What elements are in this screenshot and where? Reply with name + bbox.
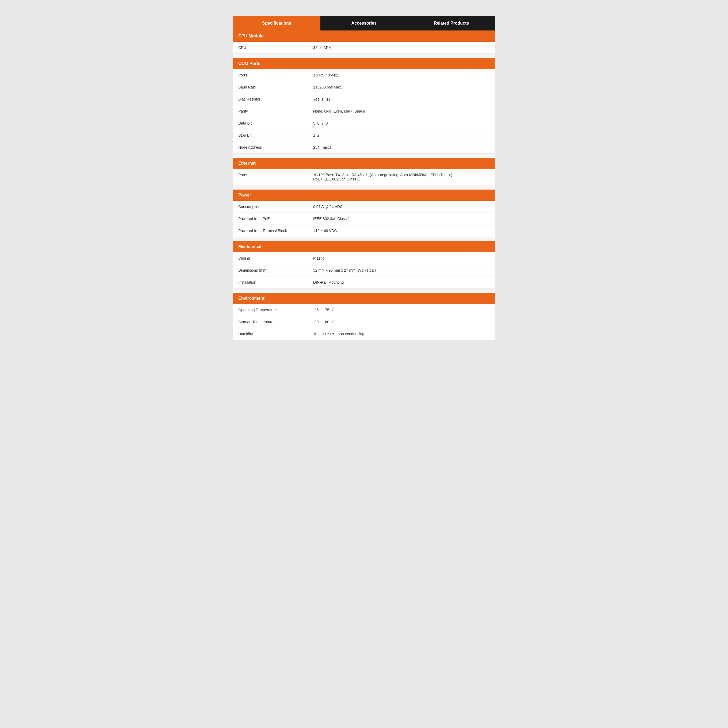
- spec-label-com-ports-3: Parity: [233, 106, 308, 117]
- spec-value-com-ports-0: 1 x RS-485/422: [308, 69, 495, 81]
- spec-value-com-ports-4: 5, 6, 7, 8: [308, 117, 495, 129]
- section-spacer: [233, 289, 495, 293]
- spec-row-com-ports-2: Bias ResistorYes, 1 KΩ: [233, 93, 495, 106]
- section-header-environment: Environment: [233, 293, 495, 304]
- spec-value-environment-1: -30 ~ +80 °C: [308, 316, 495, 328]
- spec-row-com-ports-6: Node Address254 (max.): [233, 141, 495, 153]
- main-container: Specifications Accessories Related Produ…: [233, 16, 495, 340]
- tab-bar: Specifications Accessories Related Produ…: [233, 16, 495, 31]
- spec-row-com-ports-1: Baud Rate115200 bps Max.: [233, 81, 495, 93]
- spec-value-power-0: 0.07 A @ 24 VDC: [308, 201, 495, 213]
- spec-label-environment-2: Humidity: [233, 328, 308, 340]
- section-header-power: Power: [233, 190, 495, 201]
- section-spacer: [233, 237, 495, 241]
- sections-container: CPU ModuleCPU32-bit ARMCOM PortsPorts1 x…: [233, 31, 495, 340]
- spec-label-com-ports-4: Data Bit: [233, 117, 308, 129]
- spec-label-power-2: Powered from Terminal Block: [233, 225, 308, 237]
- spec-value-com-ports-5: 1, 2: [308, 129, 495, 141]
- spec-label-com-ports-6: Node Address: [233, 141, 308, 153]
- section-header-mechanical: Mechanical: [233, 241, 495, 252]
- spec-row-mechanical-0: CasingPlastic: [233, 252, 495, 265]
- tab-specifications-label: Specifications: [262, 21, 291, 25]
- tab-related-products[interactable]: Related Products: [408, 16, 495, 31]
- tab-related-products-label: Related Products: [434, 21, 469, 25]
- spec-value-mechanical-2: DIN-Rail Mounting: [308, 277, 495, 288]
- spec-row-environment-2: Humidity10 ~ 90% RH, non-condensing: [233, 328, 495, 340]
- section-spacer: [233, 54, 495, 58]
- spec-value-mechanical-0: Plastic: [308, 252, 495, 264]
- spec-label-com-ports-0: Ports: [233, 69, 308, 81]
- spec-label-ethernet-0: Ports: [233, 169, 308, 185]
- tab-accessories[interactable]: Accessories: [320, 16, 408, 31]
- tab-specifications[interactable]: Specifications: [233, 16, 320, 31]
- spec-row-environment-1: Storage Temperature-30 ~ +80 °C: [233, 316, 495, 328]
- spec-row-com-ports-5: Stop Bit1, 2: [233, 129, 495, 141]
- spec-row-cpu-module-0: CPU32-bit ARM: [233, 42, 495, 54]
- spec-row-power-0: Consumption0.07 A @ 24 VDC: [233, 201, 495, 213]
- spec-label-mechanical-0: Casing: [233, 252, 308, 264]
- spec-value-mechanical-1: 52 mm x 95 mm x 27 mm (W x H x D): [308, 265, 495, 276]
- spec-row-com-ports-0: Ports1 x RS-485/422: [233, 69, 495, 81]
- spec-value-ethernet-0: 10/100 Base-TX, 8-pin RJ-45 x 1, (Auto-n…: [308, 169, 495, 185]
- spec-row-mechanical-1: Dimensions (mm)52 mm x 95 mm x 27 mm (W …: [233, 265, 495, 277]
- spec-value-cpu-module-0: 32-bit ARM: [308, 42, 495, 54]
- spec-value-com-ports-3: None, Odd, Even, Mark, Space: [308, 106, 495, 117]
- spec-row-power-2: Powered from Terminal Block+12 ~ 48 VDC: [233, 225, 495, 237]
- spec-label-mechanical-1: Dimensions (mm): [233, 265, 308, 276]
- spec-label-environment-0: Operating Temperature: [233, 304, 308, 316]
- spec-label-cpu-module-0: CPU: [233, 42, 308, 54]
- spec-value-com-ports-6: 254 (max.): [308, 141, 495, 153]
- spec-label-mechanical-2: Installation: [233, 277, 308, 288]
- spec-label-com-ports-5: Stop Bit: [233, 129, 308, 141]
- spec-label-com-ports-1: Baud Rate: [233, 81, 308, 93]
- section-header-com-ports: COM Ports: [233, 58, 495, 69]
- spec-row-com-ports-3: ParityNone, Odd, Even, Mark, Space: [233, 106, 495, 117]
- spec-value-power-1: IEEE 802.3af, Class 1: [308, 213, 495, 225]
- spec-row-mechanical-2: InstallationDIN-Rail Mounting: [233, 277, 495, 289]
- spec-row-com-ports-4: Data Bit5, 6, 7, 8: [233, 117, 495, 129]
- spec-value-power-2: +12 ~ 48 VDC: [308, 225, 495, 237]
- spec-row-ethernet-0: Ports10/100 Base-TX, 8-pin RJ-45 x 1, (A…: [233, 169, 495, 185]
- section-header-cpu-module: CPU Module: [233, 31, 495, 42]
- spec-label-power-0: Consumption: [233, 201, 308, 213]
- spec-label-power-1: Powered from PoE: [233, 213, 308, 225]
- spec-row-environment-0: Operating Temperature-25 ~ +75 °C: [233, 304, 495, 316]
- section-spacer: [233, 153, 495, 158]
- tab-accessories-label: Accessories: [351, 21, 377, 25]
- spec-row-power-1: Powered from PoEIEEE 802.3af, Class 1: [233, 213, 495, 225]
- spec-value-com-ports-2: Yes, 1 KΩ: [308, 93, 495, 105]
- spec-value-environment-0: -25 ~ +75 °C: [308, 304, 495, 316]
- section-header-ethernet: Ethernet: [233, 158, 495, 169]
- spec-label-environment-1: Storage Temperature: [233, 316, 308, 328]
- section-spacer: [233, 185, 495, 190]
- spec-value-com-ports-1: 115200 bps Max.: [308, 81, 495, 93]
- spec-label-com-ports-2: Bias Resistor: [233, 93, 308, 105]
- spec-value-environment-2: 10 ~ 90% RH, non-condensing: [308, 328, 495, 340]
